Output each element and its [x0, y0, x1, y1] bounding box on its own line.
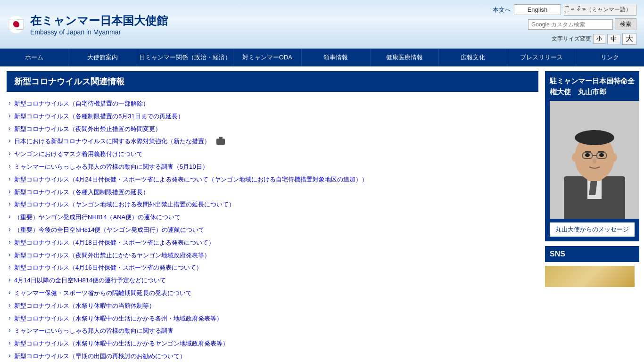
news-link[interactable]: 新型コロナウイルス（早期の出国の再検討のお勧めについて） — [14, 353, 186, 360]
page-header: 🇯🇵 在ミャンマー日本国大使館 Embassy of Japan in Myan… — [0, 0, 644, 49]
english-button[interactable]: English — [514, 4, 561, 15]
ambassador-portrait-svg — [550, 101, 639, 219]
news-list-item: 新型コロナウイルス（4月24日付保健・スポーツ省による発表について（ヤンゴン地域… — [7, 173, 538, 186]
site-title-english: Embassy of Japan in Myanmar — [30, 28, 168, 36]
svg-point-11 — [572, 153, 578, 162]
news-link[interactable]: 新型コロナウイルス（自宅待機措置の一部解除） — [14, 100, 149, 107]
header-left: 🇯🇵 在ミャンマー日本国大使館 Embassy of Japan in Myan… — [8, 13, 168, 36]
svg-point-7 — [599, 153, 604, 157]
news-list-item: ミャンマーにいらっしゃる邦人の皆様の動向に関する調査 — [7, 325, 538, 337]
japan-flag-icon: 🇯🇵 — [8, 16, 25, 33]
news-list-item: 日本における新型コロナウイルスに関する水際対策強化（新たな措置） — [7, 135, 538, 148]
fontsize-label: 文字サイズ変更 — [552, 35, 591, 43]
news-link[interactable]: ミャンマーにいらっしゃる邦人の皆様の動向に関する調査 — [14, 327, 173, 334]
honbun-link[interactable]: 本文へ — [493, 6, 511, 14]
ambassador-box: 駐ミャンマー日本国特命全権大使 丸山市郎 — [545, 71, 639, 241]
news-list-item: 新型コロナウイルス（各種入国制限措置の延長） — [7, 186, 538, 199]
main-navigation: ホーム大使館案内日ミャンマー関係（政治・経済）対ミャンマーODA領事情報健康医療… — [0, 49, 644, 66]
svg-point-5 — [575, 130, 614, 145]
news-link[interactable]: ヤンゴンにおけるマスク着用義務付けについて — [14, 150, 143, 157]
fontsize-small-button[interactable]: 小 — [593, 34, 605, 44]
fontsize-row: 文字サイズ変更 小 中 大 — [552, 33, 636, 45]
nav-item[interactable]: 対ミャンマーODA — [233, 49, 302, 66]
news-list-item: 新型コロナウイルス（水祭り休暇中の生活にかかるヤンゴン地域政府発表等） — [7, 337, 538, 350]
site-title-japanese: 在ミャンマー日本国大使館 — [30, 13, 168, 28]
svg-rect-16 — [588, 174, 601, 181]
news-link[interactable]: 新型コロナウイルス（水祭り休暇中の当館体制等） — [14, 302, 155, 309]
sns-image-placeholder — [545, 266, 635, 287]
nav-item[interactable]: 広報文化 — [439, 49, 507, 66]
search-row: 検索 — [528, 18, 636, 30]
news-list-item: （重要）今後の全日空NH814便（ヤンゴン発成田行）の運航について — [7, 224, 538, 237]
news-link[interactable]: 新型コロナウイルス（4月16日付保健・スポーツ省の発表について） — [14, 264, 202, 271]
news-list-item: （重要）ヤンゴン発成田行NH814（ANA便）の運休について — [7, 211, 538, 224]
news-list-item: 新型コロナウイルス（水祭り休暇中の当館体制等） — [7, 300, 538, 313]
news-link[interactable]: 新型コロナウイルス（4月18日付保健・スポーツ省による発表について） — [14, 239, 215, 246]
news-list-item: ミャンマーにいらっしゃる邦人の皆様の動向に関する調査（5月10日） — [7, 161, 538, 173]
svg-point-10 — [593, 159, 596, 164]
news-list-item: 4月14日以降の全日空NH814便の運行予定などについて — [7, 274, 538, 287]
search-input[interactable] — [528, 19, 613, 30]
news-link[interactable]: 日本における新型コロナウイルスに関する水際対策強化（新たな措置） — [14, 138, 216, 145]
language-row: 本文へ English မြန်မာ（ミャンマー語） — [493, 4, 636, 16]
section-title-bar: 新型コロナウイルス関連情報 — [7, 71, 538, 92]
nav-item[interactable]: 大使館案内 — [68, 49, 137, 66]
news-list-item: 新型コロナウイルス（早期の出国の再検討のお勧めについて） — [7, 350, 538, 362]
ambassador-photo — [550, 101, 639, 219]
news-list-item: 新型コロナウイルス（水祭り休暇中の生活にかかる各州・地域政府発表等） — [7, 313, 538, 325]
nav-item[interactable]: 健康医療情報 — [371, 49, 439, 66]
news-list-item: 新型コロナウイルス（4月16日付保健・スポーツ省の発表について） — [7, 262, 538, 274]
news-list-item: 新型コロナウイルス（ヤンゴン地域における夜間外出禁止措置の延長について） — [7, 198, 538, 211]
news-link[interactable]: ミャンマー保健・スポーツ省からの隔離期間延長の発表について — [14, 289, 192, 296]
news-link[interactable]: 新型コロナウイルス（4月24日付保健・スポーツ省による発表について（ヤンゴン地域… — [14, 176, 368, 183]
news-list-item: 新型コロナウイルス（各種制限措置の5月31日までの再延長） — [7, 110, 538, 123]
news-list: 新型コロナウイルス（自宅待機措置の一部解除）新型コロナウイルス（各種制限措置の5… — [7, 98, 538, 362]
site-title-block: 在ミャンマー日本国大使館 Embassy of Japan in Myanmar — [30, 13, 168, 36]
svg-point-12 — [611, 153, 617, 162]
camera-icon — [216, 139, 225, 145]
fontsize-medium-button[interactable]: 中 — [607, 34, 620, 44]
nav-item[interactable]: ホーム — [0, 49, 68, 66]
news-link[interactable]: 新型コロナウイルス（各種入国制限措置の延長） — [14, 189, 149, 196]
sns-box: SNS — [545, 246, 639, 262]
news-list-item: 新型コロナウイルス（自宅待機措置の一部解除） — [7, 98, 538, 110]
news-link[interactable]: （重要）ヤンゴン発成田行NH814（ANA便）の運休について — [14, 214, 181, 221]
news-link[interactable]: 新型コロナウイルス（水祭り休暇中の生活にかかる各州・地域政府発表等） — [14, 315, 223, 322]
header-right: 本文へ English မြန်မာ（ミャンマー語） 検索 文字サイズ変更 小 … — [493, 4, 636, 45]
right-sidebar: 駐ミャンマー日本国特命全権大使 丸山市郎 — [545, 66, 644, 362]
nav-item[interactable]: 日ミャンマー関係（政治・経済） — [137, 49, 233, 66]
news-link[interactable]: （重要）今後の全日空NH814便（ヤンゴン発成田行）の運航について — [14, 226, 205, 233]
news-list-item: 新型コロナウイルス（夜間外出禁止措置の時間変更） — [7, 123, 538, 136]
news-link[interactable]: ミャンマーにいらっしゃる邦人の皆様の動向に関する調査（5月10日） — [14, 163, 208, 170]
nav-item[interactable]: プレスリリース — [507, 49, 576, 66]
svg-point-6 — [585, 153, 590, 157]
news-list-item: 新型コロナウイルス（夜間外出禁止にかかるヤンゴン地域政府発表等） — [7, 249, 538, 262]
news-link[interactable]: 新型コロナウイルス（夜間外出禁止措置の時間変更） — [14, 125, 161, 132]
ambassador-message-link[interactable]: 丸山大使からのメッセージ — [550, 222, 635, 237]
news-link[interactable]: 新型コロナウイルス（ヤンゴン地域における夜間外出禁止措置の延長について） — [14, 201, 235, 208]
news-list-item: ヤンゴンにおけるマスク着用義務付けについて — [7, 148, 538, 161]
main-layout: 新型コロナウイルス関連情報 新型コロナウイルス（自宅待機措置の一部解除）新型コロ… — [0, 66, 644, 362]
myanmar-button[interactable]: မြန်မာ（ミャンマー語） — [564, 4, 636, 16]
news-link[interactable]: 4月14日以降の全日空NH814便の運行予定などについて — [14, 277, 166, 284]
news-list-item: 新型コロナウイルス（4月18日付保健・スポーツ省による発表について） — [7, 237, 538, 249]
search-button[interactable]: 検索 — [615, 18, 636, 30]
content-area: 新型コロナウイルス関連情報 新型コロナウイルス（自宅待機措置の一部解除）新型コロ… — [0, 66, 545, 362]
ambassador-title: 駐ミャンマー日本国特命全権大使 丸山市郎 — [550, 76, 635, 97]
news-list-item: ミャンマー保健・スポーツ省からの隔離期間延長の発表について — [7, 287, 538, 300]
fontsize-large-button[interactable]: 大 — [622, 33, 636, 45]
news-link[interactable]: 新型コロナウイルス（水祭り休暇中の生活にかかるヤンゴン地域政府発表等） — [14, 340, 229, 347]
news-link[interactable]: 新型コロナウイルス（各種制限措置の5月31日までの再延長） — [14, 113, 184, 120]
nav-item[interactable]: リンク — [576, 49, 644, 66]
news-link[interactable]: 新型コロナウイルス（夜間外出禁止にかかるヤンゴン地域政府発表等） — [14, 252, 210, 259]
nav-item[interactable]: 領事情報 — [302, 49, 370, 66]
